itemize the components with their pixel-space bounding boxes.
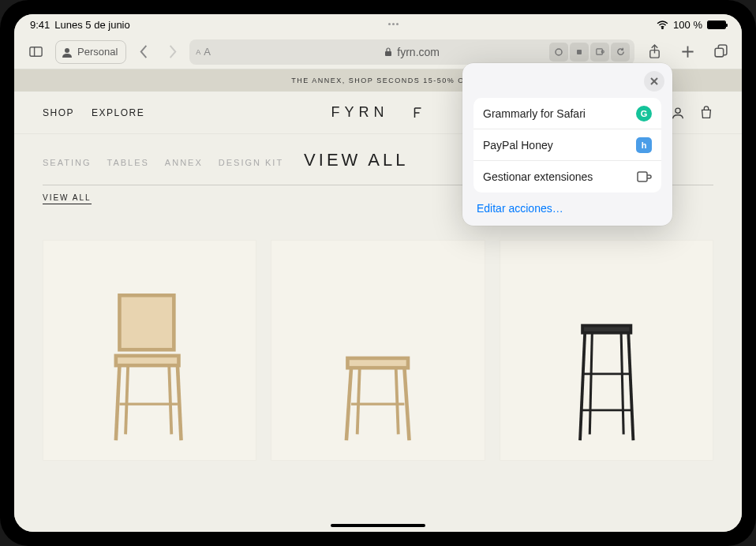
edit-actions-label: Editar acciones… [477,202,563,215]
honey-toolbar-icon[interactable] [570,43,589,62]
subnav-seating[interactable]: SEATING [43,158,91,167]
status-bar: 9:41 Lunes 5 de junio 100 % [14,14,742,35]
svg-point-0 [662,27,663,28]
url-host: fyrn.com [397,46,440,58]
product-card-stool[interactable] [271,240,485,461]
svg-line-30 [589,332,592,434]
svg-rect-6 [577,50,582,54]
svg-line-31 [621,332,623,434]
svg-rect-12 [715,48,724,57]
profile-label: Personal [77,46,118,58]
extension-label: PayPal Honey [483,139,553,151]
sidebar-toggle-icon[interactable] [22,39,49,65]
share-button[interactable] [641,39,668,65]
extensions-popover: Grammarly for Safari G PayPal Honey h Ge… [462,63,672,226]
edit-actions-link[interactable]: Editar acciones… [473,202,661,215]
svg-line-23 [405,368,410,440]
nav-shop[interactable]: SHOP [43,107,74,118]
extensions-button[interactable] [590,43,609,62]
address-bar[interactable]: AA fyrn.com [189,39,634,65]
product-grid [14,202,742,461]
site-logo[interactable]: FYRN [331,104,425,121]
multitasking-dots-icon[interactable] [386,23,400,26]
svg-rect-4 [385,51,391,56]
lock-icon [384,47,392,57]
product-card-barstool[interactable] [500,240,713,461]
manage-extensions[interactable]: Gestionar extensiones [473,161,661,193]
nav-explore[interactable]: EXPLORE [92,107,144,118]
tabs-button[interactable] [707,39,734,65]
svg-rect-15 [116,355,179,365]
svg-line-18 [125,365,128,434]
svg-line-22 [346,368,351,440]
svg-line-29 [628,332,633,439]
svg-rect-14 [119,295,174,350]
grammarly-toolbar-icon[interactable] [549,43,568,62]
svg-line-25 [396,368,399,434]
subnav-view-all[interactable]: VIEW ALL [304,150,408,170]
reader-button[interactable]: AA [196,46,211,58]
status-date: Lunes 5 de junio [54,19,129,31]
subnav-annex[interactable]: ANNEX [165,158,203,167]
subnav-tables[interactable]: TABLES [107,158,148,167]
reload-button[interactable] [611,43,630,62]
wifi-icon [657,21,668,29]
grammarly-icon: G [636,106,652,122]
new-tab-button[interactable] [674,39,701,65]
svg-rect-36 [638,172,647,181]
svg-rect-1 [29,47,41,56]
profile-button[interactable]: Personal [55,40,126,64]
svg-point-5 [556,49,562,55]
svg-point-3 [65,48,69,53]
back-button[interactable] [133,39,155,65]
svg-rect-21 [348,358,409,368]
battery-icon [707,21,726,29]
subnav-design-kit[interactable]: DESIGN KIT [219,158,283,167]
extension-label: Grammarly for Safari [483,107,586,120]
battery-percent: 100 % [673,19,702,31]
puzzle-piece-icon [636,170,652,184]
logo-mark-icon [413,107,425,119]
manage-extensions-label: Gestionar extensiones [483,170,593,183]
product-card-chair[interactable] [43,240,256,461]
svg-line-28 [580,332,585,439]
logo-text: FYRN [331,104,389,121]
svg-line-19 [169,365,171,434]
cart-icon[interactable] [699,106,713,120]
svg-rect-27 [582,325,631,332]
forward-button [161,39,183,65]
promo-text: THE ANNEX, SHOP SECONDS 15-50% O [291,77,464,84]
svg-line-17 [178,365,182,440]
popover-close-button[interactable] [644,71,664,92]
svg-line-24 [357,368,360,434]
svg-line-16 [116,365,120,440]
extension-grammarly[interactable]: Grammarly for Safari G [473,98,661,129]
extension-paypal-honey[interactable]: PayPal Honey h [473,129,661,161]
account-icon[interactable] [671,106,685,120]
honey-icon: h [636,137,652,153]
filter-view-all[interactable]: VIEW ALL [43,193,92,204]
svg-point-13 [676,108,680,113]
status-time: 9:41 [30,19,50,31]
home-indicator[interactable] [331,524,425,527]
